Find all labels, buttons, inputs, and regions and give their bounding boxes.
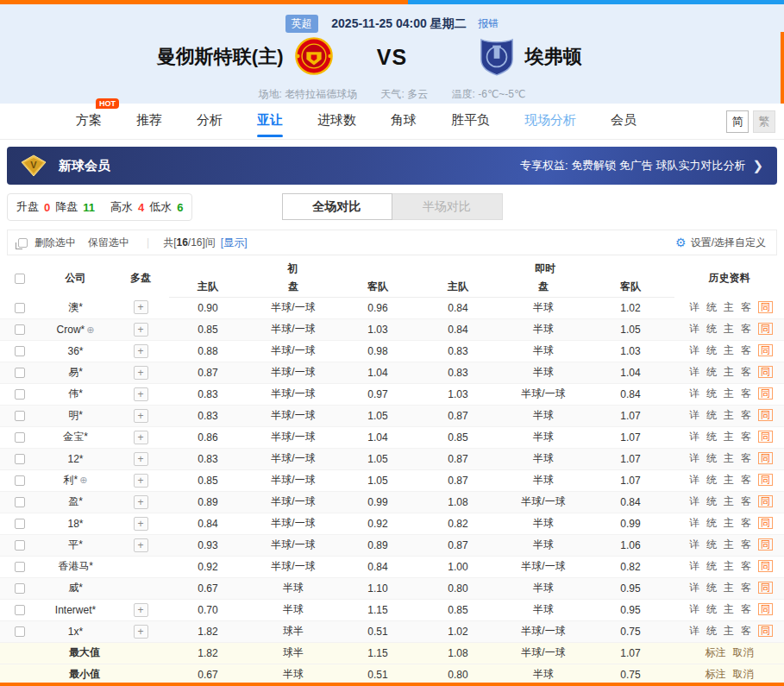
select-all-checkbox[interactable]	[15, 274, 25, 284]
same-odds-tag[interactable]: 同	[758, 452, 773, 464]
nav-tab-胜平负[interactable]: 胜平负	[451, 104, 490, 137]
row-checkbox[interactable]	[15, 432, 25, 443]
history-link[interactable]: 客	[741, 366, 751, 378]
expand-plus-button[interactable]: +	[134, 366, 148, 380]
history-link[interactable]: 主	[724, 625, 734, 637]
history-link[interactable]: 主	[724, 409, 734, 421]
history-link[interactable]: 统	[706, 366, 717, 378]
keep-selected-link[interactable]: 保留选中	[88, 236, 129, 250]
history-link[interactable]: 主	[724, 603, 734, 615]
delete-selected-link[interactable]: 删除选中	[34, 236, 76, 250]
history-link[interactable]: 主	[724, 344, 734, 356]
same-odds-tag[interactable]: 同	[758, 603, 773, 615]
history-link[interactable]: 详	[689, 409, 699, 421]
history-link[interactable]: 统	[706, 474, 717, 486]
expand-plus-button[interactable]: +	[134, 387, 148, 401]
row-checkbox[interactable]	[15, 626, 25, 637]
summary-link[interactable]: 取消	[733, 646, 754, 658]
row-checkbox[interactable]	[15, 497, 25, 507]
expand-plus-button[interactable]: +	[134, 409, 148, 423]
league-badge[interactable]: 英超	[285, 15, 318, 33]
same-odds-tag[interactable]: 同	[758, 387, 773, 400]
history-link[interactable]: 详	[689, 625, 699, 637]
full-match-tab[interactable]: 全场对比	[282, 193, 392, 220]
history-link[interactable]: 主	[724, 560, 734, 572]
history-link[interactable]: 详	[689, 538, 699, 551]
history-link[interactable]: 客	[741, 603, 751, 615]
history-link[interactable]: 统	[706, 323, 717, 335]
history-link[interactable]: 客	[741, 538, 751, 551]
summary-link[interactable]: 取消	[733, 668, 754, 680]
nav-tab-会员[interactable]: 会员	[611, 104, 637, 137]
nav-tab-进球数[interactable]: 进球数	[317, 104, 356, 137]
history-link[interactable]: 详	[689, 474, 699, 486]
expand-plus-button[interactable]: +	[134, 603, 148, 617]
nav-tab-方案[interactable]: HOT 方案	[76, 104, 102, 137]
row-checkbox[interactable]	[15, 540, 25, 551]
row-checkbox[interactable]	[15, 346, 25, 356]
nav-tab-现场分析[interactable]: 现场分析	[524, 104, 576, 137]
nav-tab-分析[interactable]: 分析	[197, 104, 223, 137]
history-link[interactable]: 统	[706, 452, 717, 464]
history-link[interactable]: 主	[724, 474, 734, 486]
history-link[interactable]: 详	[689, 431, 699, 443]
row-checkbox[interactable]	[15, 324, 25, 335]
same-odds-tag[interactable]: 同	[758, 495, 773, 507]
history-link[interactable]: 详	[689, 603, 699, 615]
nav-tab-推荐[interactable]: 推荐	[136, 104, 162, 137]
history-link[interactable]: 详	[689, 495, 699, 507]
history-link[interactable]: 客	[741, 560, 751, 572]
row-checkbox[interactable]	[15, 562, 25, 572]
history-link[interactable]: 主	[724, 495, 734, 507]
expand-plus-button[interactable]: +	[134, 495, 148, 509]
history-link[interactable]: 主	[724, 517, 734, 529]
history-link[interactable]: 客	[741, 625, 751, 637]
expand-plus-button[interactable]: +	[134, 344, 148, 358]
row-checkbox[interactable]	[15, 368, 25, 378]
same-odds-tag[interactable]: 同	[758, 582, 773, 594]
same-odds-tag[interactable]: 同	[758, 301, 773, 313]
row-checkbox[interactable]	[15, 389, 25, 400]
history-link[interactable]: 主	[724, 538, 734, 551]
row-checkbox[interactable]	[15, 454, 25, 464]
expand-plus-button[interactable]: +	[134, 517, 148, 531]
history-link[interactable]: 客	[741, 323, 751, 335]
expand-plus-button[interactable]: +	[134, 474, 148, 488]
history-link[interactable]: 客	[741, 431, 751, 443]
history-link[interactable]: 主	[724, 582, 734, 594]
same-odds-tag[interactable]: 同	[758, 344, 773, 356]
report-error-link[interactable]: 报错	[478, 17, 499, 29]
history-link[interactable]: 主	[724, 301, 734, 313]
same-odds-tag[interactable]: 同	[758, 517, 773, 529]
history-link[interactable]: 详	[689, 452, 699, 464]
history-link[interactable]: 统	[706, 387, 717, 400]
history-link[interactable]: 主	[724, 431, 734, 443]
history-link[interactable]: 详	[689, 366, 699, 378]
expand-plus-button[interactable]: +	[134, 452, 148, 466]
same-odds-tag[interactable]: 同	[758, 538, 773, 551]
history-link[interactable]: 统	[706, 582, 717, 594]
same-odds-tag[interactable]: 同	[758, 431, 773, 443]
nav-tab-亚让[interactable]: 亚让	[257, 104, 283, 137]
history-link[interactable]: 主	[724, 452, 734, 464]
history-link[interactable]: 客	[741, 409, 751, 421]
row-checkbox[interactable]	[15, 583, 25, 594]
half-match-tab[interactable]: 半场对比	[392, 193, 503, 220]
history-link[interactable]: 主	[724, 323, 734, 335]
row-checkbox[interactable]	[15, 411, 25, 421]
lang-traditional-button[interactable]: 繁	[753, 110, 775, 133]
same-odds-tag[interactable]: 同	[758, 560, 773, 572]
same-odds-tag[interactable]: 同	[758, 366, 773, 378]
expand-plus-button[interactable]: +	[134, 538, 148, 552]
history-link[interactable]: 客	[741, 517, 751, 529]
row-checkbox[interactable]	[15, 519, 25, 529]
history-link[interactable]: 统	[706, 538, 717, 551]
history-link[interactable]: 客	[741, 387, 751, 400]
settings-customize-link[interactable]: 设置/选择自定义	[691, 236, 766, 250]
history-link[interactable]: 统	[706, 344, 717, 356]
gear-icon[interactable]: ⚙	[675, 236, 687, 249]
history-link[interactable]: 客	[741, 582, 751, 594]
same-odds-tag[interactable]: 同	[758, 323, 773, 335]
history-link[interactable]: 统	[706, 625, 717, 637]
same-odds-tag[interactable]: 同	[758, 625, 773, 637]
